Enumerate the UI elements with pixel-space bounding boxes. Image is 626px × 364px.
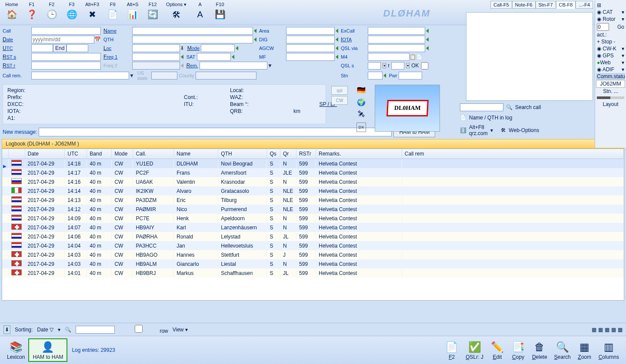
- lexicon-button[interactable]: 📚Lexicon: [3, 339, 28, 361]
- tab-note-f6[interactable]: Note-F6: [512, 1, 536, 9]
- name-input[interactable]: [132, 27, 253, 35]
- call-input[interactable]: [31, 27, 101, 35]
- expand-icon[interactable]: [426, 46, 429, 50]
- flag-de-icon[interactable]: 🇩🇪: [356, 86, 366, 96]
- usstate-input[interactable]: [151, 72, 177, 79]
- sort-date-dropdown[interactable]: Date ▽: [37, 327, 53, 333]
- table-row[interactable]: 2017-04-2914:0440 mCWPA3HCCJanHellevoets…: [2, 241, 624, 250]
- table-row[interactable]: 2017-04-2914:0640 mCWPAØRHARonaldLelysta…: [2, 232, 624, 241]
- col-header[interactable]: [2, 149, 8, 159]
- rem-input[interactable]: [200, 62, 267, 69]
- info-icon[interactable]: ℹ️: [460, 127, 466, 133]
- rsts-input[interactable]: [31, 53, 101, 61]
- search-call-input[interactable]: [460, 103, 503, 111]
- freq2-input[interactable]: [132, 62, 180, 69]
- tab-...-f4[interactable]: ...-F4: [576, 1, 593, 9]
- bottom-delete-button[interactable]: 🗑Delete: [529, 339, 551, 361]
- expand-icon[interactable]: [232, 55, 234, 59]
- globe-icon[interactable]: 🌍: [356, 98, 366, 108]
- expand-icon[interactable]: [254, 29, 256, 33]
- m4-input[interactable]: [368, 53, 410, 61]
- qsls-input[interactable]: [368, 62, 381, 69]
- col-header[interactable]: RSTr: [296, 149, 316, 159]
- bottom-columns-button[interactable]: ▥Columns: [595, 339, 623, 361]
- toolbar-f12[interactable]: F12🔄: [143, 1, 163, 22]
- toolbar-a[interactable]: AA: [190, 1, 210, 22]
- table-row[interactable]: 2017-04-2914:1240 mCWPAØMIRNicoPurmerend…: [2, 205, 624, 214]
- newmsg-input[interactable]: [39, 128, 392, 136]
- freq1-input[interactable]: [132, 53, 180, 61]
- toolbar-options ▾[interactable]: Options ▾🛠: [163, 1, 190, 22]
- col-header[interactable]: Date: [25, 149, 65, 159]
- export-icon[interactable]: ⬇: [3, 325, 10, 334]
- doc-icon[interactable]: 📋: [410, 54, 416, 60]
- bottom-f2-button[interactable]: 📄F2: [441, 339, 462, 361]
- satellite-icon[interactable]: 🛰: [356, 110, 366, 120]
- stn-input[interactable]: [368, 72, 383, 79]
- ham-to-ham-button[interactable]: 👤HAM to HAM: [28, 338, 67, 362]
- toolbar-f10[interactable]: F10💾: [210, 1, 230, 22]
- toolbar-home[interactable]: Home🏠: [2, 1, 22, 22]
- end-button[interactable]: End: [53, 44, 67, 52]
- splp-link[interactable]: SP / LP: [293, 101, 337, 107]
- notes-panel[interactable]: [466, 12, 593, 101]
- search-icon[interactable]: 🔍: [65, 327, 71, 333]
- expand-icon[interactable]: [254, 37, 256, 42]
- expand-icon[interactable]: [236, 46, 238, 50]
- table-row[interactable]: 2017-04-2914:0340 mCWHB9AGOHannesStettfu…: [2, 250, 624, 259]
- tools-icon[interactable]: 🛠: [501, 127, 506, 133]
- grid-icon[interactable]: ▦: [598, 327, 603, 333]
- qslr-input[interactable]: [391, 62, 404, 69]
- grid-icon[interactable]: ▦: [618, 327, 623, 333]
- sort-search-input[interactable]: [76, 326, 115, 334]
- view-dropdown[interactable]: View ▾: [173, 327, 188, 333]
- tab-cb-f8[interactable]: CB-F8: [556, 1, 576, 9]
- search-call-label[interactable]: Search call: [515, 104, 541, 110]
- col-header[interactable]: Name: [174, 149, 218, 159]
- table-row[interactable]: ▶2017-04-2914:1840 mCWYU1EDDL0HAMNovi Be…: [2, 159, 624, 169]
- col-header[interactable]: Call rem: [402, 149, 623, 159]
- toolbar-f2[interactable]: F2🕒: [42, 1, 62, 22]
- table-row[interactable]: 2017-04-2914:0340 mCWHB9ALMGiancarloLies…: [2, 259, 624, 268]
- toolbar-f9[interactable]: F9📄: [103, 1, 123, 22]
- qslvia-input[interactable]: [368, 44, 425, 52]
- go-input[interactable]: [597, 23, 609, 31]
- iota-input[interactable]: [368, 36, 425, 43]
- col-header[interactable]: UTC: [65, 149, 87, 159]
- logbook-table[interactable]: DateUTCBandModeCall.NameQTHQsQrRSTrRemar…: [2, 149, 624, 301]
- go-button[interactable]: Go: [617, 24, 624, 30]
- col-header[interactable]: Qr: [280, 149, 296, 159]
- bottom-zoom-button[interactable]: ▦Zoom: [574, 339, 595, 361]
- agcw-input[interactable]: [286, 44, 335, 52]
- utc-end-input[interactable]: [67, 44, 88, 52]
- col-header[interactable]: QTH: [218, 149, 267, 159]
- toolbar-alt+f3[interactable]: Alt+F3✖: [82, 1, 103, 22]
- col-header[interactable]: Mode: [112, 149, 133, 159]
- area-input[interactable]: [286, 27, 335, 35]
- table-row[interactable]: 2017-04-2914:1640 mCWUA6AKValentinKrasno…: [2, 177, 624, 186]
- ok-checkbox[interactable]: [421, 62, 429, 69]
- tab-call-f5[interactable]: Call-F5: [490, 1, 512, 9]
- rstr-input[interactable]: [31, 62, 101, 69]
- table-row[interactable]: 2017-04-2914:1340 mCWPA3DZMEricTilburgSN…: [2, 195, 624, 205]
- toolbar-alt+s[interactable]: Alt+S📊: [123, 1, 143, 22]
- expand-icon[interactable]: [336, 37, 338, 42]
- grid-icon[interactable]: ▦: [592, 327, 596, 333]
- bottom-qslrj-button[interactable]: ✅QSLr: J: [462, 339, 487, 361]
- mf-input[interactable]: [286, 53, 335, 61]
- toolbar-f1[interactable]: F1❓: [22, 1, 42, 22]
- tab-stn-f7[interactable]: Stn-F7: [536, 1, 556, 9]
- pwr-input[interactable]: [399, 72, 422, 79]
- expand-icon[interactable]: [336, 29, 338, 33]
- county-input[interactable]: [196, 72, 256, 79]
- row-checkbox[interactable]: [119, 325, 158, 333]
- utc-input[interactable]: [31, 44, 53, 52]
- qsl-button[interactable]: qsl: [331, 86, 348, 95]
- doc2-icon[interactable]: 📄: [416, 54, 423, 60]
- table-row[interactable]: 2017-04-2914:1440 mCWIK2IKWAlvaroGrataca…: [2, 186, 624, 195]
- excall-input[interactable]: [368, 27, 425, 35]
- bottom-search-button[interactable]: 🔍Search: [551, 339, 574, 361]
- callrem-input[interactable]: [31, 72, 129, 79]
- qth-input[interactable]: [132, 36, 253, 43]
- mode-input[interactable]: [201, 44, 235, 52]
